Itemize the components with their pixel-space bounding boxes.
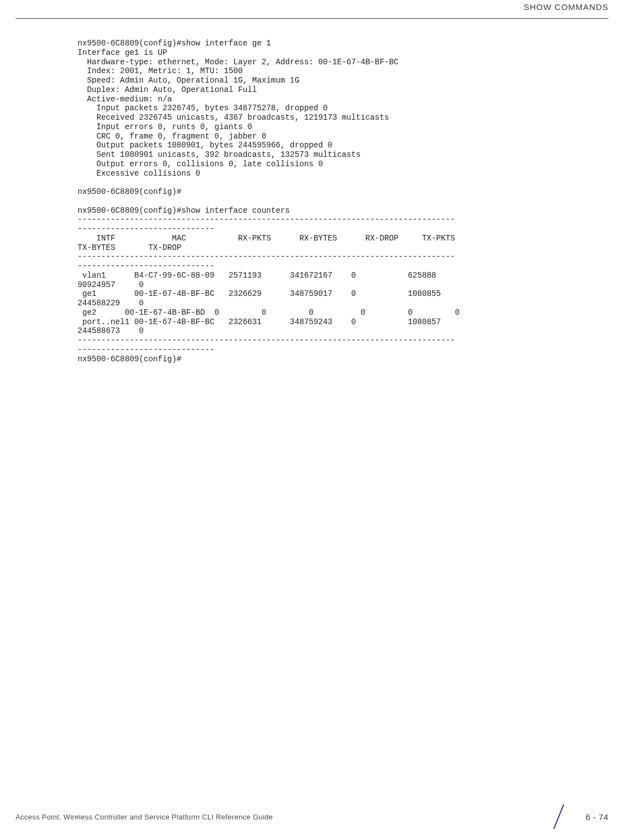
cli-table-row: 244588229 0	[78, 299, 144, 308]
cli-line: nx9500-6C8809(config)#	[78, 187, 181, 196]
cli-line: nx9500-6C8809(config)#show interface ge …	[78, 39, 271, 48]
cli-table-row: ge1 00-1E-67-4B-BF-BC 2326629 348759017 …	[78, 289, 460, 298]
page-number: 6 - 74	[586, 812, 608, 822]
cli-line: Output errors 0, collisions 0, late coll…	[78, 160, 323, 168]
cli-table-row: port..nel1 00-1E-67-4B-BF-BC 2326631 348…	[78, 317, 460, 326]
cli-output: nx9500-6C8809(config)#show interface ge …	[0, 19, 624, 363]
cli-table-header: TX-BYTES TX-DROP	[78, 243, 181, 252]
cli-separator: ----------------------------------------…	[78, 336, 455, 345]
footer-right: 6 - 74	[541, 806, 608, 828]
cli-line: Sent 1080901 unicasts, 392 broadcasts, 1…	[78, 150, 361, 159]
header-title: SHOW COMMANDS	[0, 0, 624, 12]
cli-line: Index: 2001, Metric: 1, MTU: 1500	[78, 66, 243, 75]
cli-line: Speed: Admin Auto, Operational 1G, Maxim…	[78, 76, 299, 85]
cli-table-row: 90924957 0	[78, 280, 144, 289]
cli-line: Excessive collisions 0	[78, 169, 200, 178]
cli-separator: -----------------------------	[78, 224, 214, 233]
cli-line: Received 2326745 unicasts, 4367 broadcas…	[78, 113, 389, 122]
cli-separator: ----------------------------------------…	[78, 252, 455, 261]
cli-separator: -----------------------------	[78, 345, 214, 354]
cli-table-header: INTF MAC RX-PKTS RX-BYTES RX-DROP TX-PKT…	[78, 234, 474, 243]
cli-line: Input packets 2326745, bytes 348775278, …	[78, 104, 328, 112]
cli-table-row: 244588673 0	[78, 326, 144, 335]
cli-table-row: vlan1 B4-C7-99-6C-88-09 2571193 34167216…	[78, 271, 460, 280]
cli-table-row: ge2 00-1E-67-4B-BF-BD 0 0 0 0 0 0	[78, 308, 460, 317]
cli-line: CRC 0, frame 0, fragment 0, jabber 0	[78, 132, 267, 141]
cli-separator: ----------------------------------------…	[78, 215, 455, 224]
cli-line: Output packets 1080901, bytes 244595966,…	[78, 141, 333, 150]
cli-line: Input errors 0, runts 0, giants 0	[78, 122, 252, 131]
footer-text: Access Point, Wireless Controller and Se…	[16, 813, 273, 821]
footer-slash-icon	[541, 806, 576, 828]
cli-line: Interface ge1 is UP	[78, 48, 167, 57]
cli-line: nx9500-6C8809(config)#	[78, 355, 181, 363]
footer: Access Point, Wireless Controller and Se…	[16, 806, 608, 828]
cli-line: Duplex: Admin Auto, Operational Full	[78, 85, 257, 94]
cli-line: Hardware-type: ethernet, Mode: Layer 2, …	[78, 58, 398, 66]
cli-line: Active-medium: n/a	[78, 95, 172, 104]
cli-line: nx9500-6C8809(config)#show interface cou…	[78, 206, 290, 215]
cli-separator: -----------------------------	[78, 262, 214, 270]
